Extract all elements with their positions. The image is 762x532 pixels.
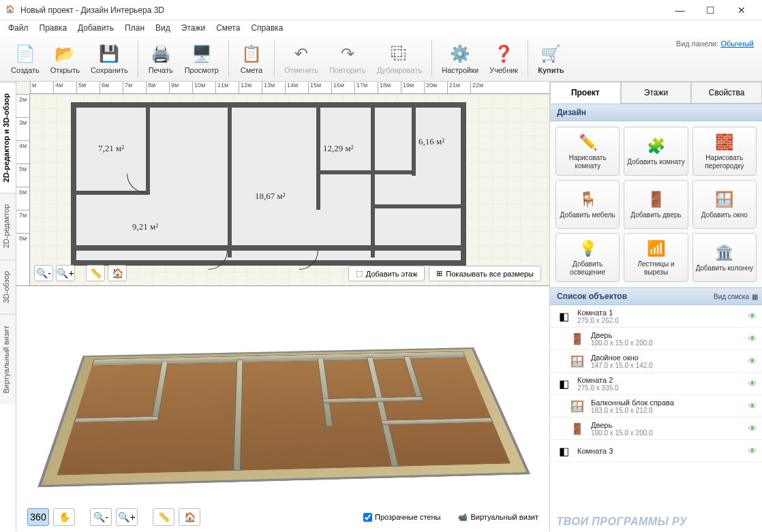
design-button[interactable]: 📶Лестницы и вырезы [624, 233, 688, 282]
zoom-in-3d-button[interactable]: 🔍+ [116, 508, 138, 526]
design-button[interactable]: 🧩Добавить комнату [624, 127, 688, 176]
room-area-1: 7,21 м² [98, 143, 124, 154]
design-button[interactable]: ✏️Нарисовать комнату [555, 127, 620, 176]
redo-icon: ↷ [337, 43, 359, 65]
home-button[interactable]: 🏠 [108, 265, 127, 281]
zoom-in-button[interactable]: 🔍+ [56, 265, 75, 281]
orbit-button[interactable]: 360 [27, 508, 49, 526]
maximize-button[interactable]: ☐ [695, 1, 726, 20]
duplicate-button[interactable]: ⿻Дублировать [371, 40, 427, 77]
menu-add[interactable]: Добавить [72, 21, 119, 35]
undo-button[interactable]: ↶Отменить [279, 40, 324, 77]
menubar: Файл Правка Добавить План Вид Этажи Смет… [0, 20, 762, 35]
new-file-icon: 📄 [14, 43, 36, 65]
design-icon: 🏛️ [715, 243, 734, 262]
render-3d [37, 347, 530, 487]
design-button[interactable]: 🚪Добавить дверь [624, 180, 688, 229]
estimate-button[interactable]: 📋Смета [233, 40, 270, 77]
panel-mode-link[interactable]: Обычный [720, 40, 754, 48]
room-area-5: 9,21 м² [132, 221, 158, 232]
gear-icon: ⚙️ [449, 43, 471, 65]
dimensions-icon: ⊞ [436, 269, 442, 278]
tab-2d[interactable]: 2D-редактор [0, 193, 16, 259]
design-grid: ✏️Нарисовать комнату🧩Добавить комнату🧱На… [550, 121, 762, 287]
list-view-mode[interactable]: Вид списка▦ [714, 293, 758, 300]
save-icon: 💾 [98, 43, 120, 65]
view3d-toolbar: 360 ✋ 🔍- 🔍+ 📏 🏠 Прозрачные стены 📹Виртуа… [16, 508, 549, 526]
save-button[interactable]: 💾Сохранить [85, 40, 134, 77]
measure-button[interactable]: 📏 [86, 265, 105, 281]
visibility-icon[interactable]: 👁 [748, 401, 757, 411]
design-icon: 🧱 [715, 133, 734, 152]
virtual-visit-button[interactable]: 📹Виртуальный визит [458, 513, 538, 522]
object-icon: ◧ [555, 443, 572, 459]
menu-view[interactable]: Вид [150, 21, 176, 35]
design-button[interactable]: 💡Добавить освещение [555, 233, 620, 282]
tutorial-button[interactable]: ❓Учебник [484, 40, 523, 77]
menu-floors[interactable]: Этажи [176, 21, 211, 35]
floorplan[interactable]: 7,21 м² 18,67 м² 12,29 м² 6,16 м² 9,21 м… [71, 102, 466, 266]
object-icon: 🪟 [569, 398, 585, 414]
zoom-out-button[interactable]: 🔍- [34, 265, 53, 281]
menu-help[interactable]: Справка [245, 21, 288, 35]
close-button[interactable]: ✕ [726, 1, 757, 20]
tab-2d-3d[interactable]: 2D-редактор и 3D-обзор [0, 82, 16, 193]
object-icon: ◧ [555, 308, 572, 324]
visibility-icon[interactable]: 👁 [748, 379, 757, 388]
titlebar: 🏠 Новый проект - Дизайн Интерьера 3D — ☐… [0, 0, 762, 20]
design-section-header: Дизайн [550, 104, 762, 121]
print-button[interactable]: 🖨️Печать [142, 40, 179, 77]
open-button[interactable]: 📂Открыть [45, 40, 85, 77]
object-item[interactable]: 🪟Двойное окно147.0 x 15.0 x 142.0👁 [550, 350, 762, 373]
tab-virtual[interactable]: Виртуальный визит [0, 314, 16, 405]
design-button[interactable]: 🧱Нарисовать перегородку [692, 127, 757, 176]
tab-floors[interactable]: Этажи [621, 82, 692, 104]
transparent-walls-checkbox[interactable]: Прозрачные стены [363, 513, 440, 522]
tab-properties[interactable]: Свойства [691, 82, 762, 104]
menu-plan[interactable]: План [119, 21, 150, 35]
object-item[interactable]: 🚪Дверь100.0 x 15.0 x 200.0👁 [550, 328, 762, 350]
object-item[interactable]: ◧Комната 1275.0 x 262.0👁 [550, 305, 762, 328]
plan-2d-canvas[interactable]: м4м5м6м7м8м9м10м11м12м13м14м15м16м17м18м… [16, 82, 549, 286]
object-item[interactable]: 🚪Дверь100.0 x 15.0 x 200.0👁 [550, 418, 762, 440]
visibility-icon[interactable]: 👁 [748, 446, 757, 456]
menu-edit[interactable]: Правка [34, 21, 73, 35]
pan-button[interactable]: ✋ [53, 508, 75, 526]
ruler-3d-button[interactable]: 📏 [153, 508, 174, 526]
visibility-icon[interactable]: 👁 [748, 311, 757, 321]
object-item[interactable]: ◧Комната 3👁 [550, 440, 762, 463]
zoom-out-3d-button[interactable]: 🔍- [90, 508, 112, 526]
tab-3d[interactable]: 3D-обзор [0, 260, 16, 314]
tab-project[interactable]: Проект [550, 82, 621, 104]
minimize-button[interactable]: — [665, 1, 695, 20]
ruler-horizontal: м4м5м6м7м8м9м10м11м12м13м14м15м16м17м18м… [30, 82, 549, 94]
design-icon: 🧩 [646, 137, 665, 156]
add-floor-button[interactable]: ⬚Добавить этаж [348, 266, 425, 281]
ruler-vertical: 2м3м4м5м6м7м8м [16, 94, 30, 285]
home-3d-button[interactable]: 🏠 [179, 508, 200, 526]
create-button[interactable]: 📄Создать [5, 40, 45, 77]
design-icon: 🚪 [646, 190, 665, 209]
layers-icon: ⬚ [356, 269, 363, 278]
menu-file[interactable]: Файл [3, 21, 34, 35]
folder-open-icon: 📂 [54, 43, 76, 65]
visibility-icon[interactable]: 👁 [748, 356, 757, 366]
design-button[interactable]: 🪑Добавить мебель [555, 180, 620, 229]
show-sizes-button[interactable]: ⊞Показывать все размеры [429, 266, 541, 281]
design-icon: 💡 [578, 239, 597, 258]
visibility-icon[interactable]: 👁 [748, 424, 757, 433]
object-item[interactable]: 🪟Балконный блок справа183.0 x 15.0 x 212… [550, 395, 762, 418]
preview-button[interactable]: 🖥️Просмотр [179, 40, 224, 77]
help-icon: ❓ [493, 43, 515, 65]
design-icon: 🪑 [578, 190, 597, 209]
design-button[interactable]: 🪟Добавить окно [692, 180, 757, 229]
redo-button[interactable]: ↷Повторить [324, 40, 371, 77]
visibility-icon[interactable]: 👁 [748, 334, 757, 343]
object-item[interactable]: ◧Комната 2275.0 x 335.0👁 [550, 373, 762, 395]
settings-button[interactable]: ⚙️Настройки [436, 40, 484, 77]
design-button[interactable]: 🏛️Добавить колонну [692, 233, 757, 282]
view-3d-canvas[interactable]: 360 ✋ 🔍- 🔍+ 📏 🏠 Прозрачные стены 📹Виртуа… [16, 286, 549, 531]
buy-button[interactable]: 🛒Купить [532, 40, 569, 77]
menu-estimate[interactable]: Смета [211, 21, 245, 35]
printer-icon: 🖨️ [150, 43, 172, 65]
